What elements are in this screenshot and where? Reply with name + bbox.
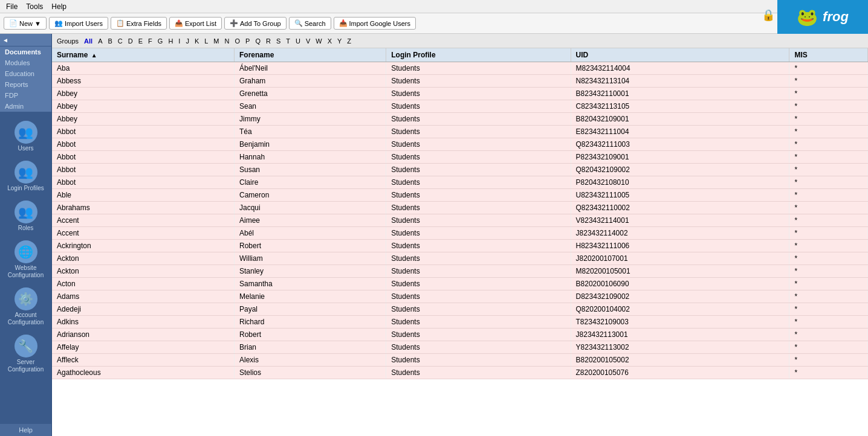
alpha-u[interactable]: U <box>293 37 303 45</box>
alpha-e[interactable]: E <box>136 37 145 45</box>
sidebar-item-documents[interactable]: Documents <box>0 46 51 57</box>
cell-4-1: Jimmy <box>235 113 386 126</box>
table-row[interactable]: AccentAimeeStudentsV823432114001* <box>52 214 868 227</box>
sidebar-icon-website-config[interactable]: 🌐 Website Configuration <box>2 237 50 283</box>
col-surname[interactable]: Surname ▲ <box>52 48 235 62</box>
table-row[interactable]: AgathocleousSteliosStudentsZ820200105076… <box>52 367 868 379</box>
extra-fields-button[interactable]: 📋 Extra Fields <box>111 17 167 30</box>
sidebar-item-fdp[interactable]: FDP <box>0 90 51 101</box>
table-row[interactable]: AbbotTéaStudentsE823432111004* <box>52 126 868 138</box>
cell-19-1: Payal <box>235 303 386 316</box>
table-row[interactable]: AbleCameronStudentsU823432111005* <box>52 189 868 202</box>
table-row[interactable]: AdamsMelanieStudentsD823432109002* <box>52 290 868 303</box>
alpha-z[interactable]: Z <box>345 37 354 45</box>
sidebar-icon-roles[interactable]: 👥 Roles <box>2 197 50 236</box>
add-to-group-button[interactable]: ➕ Add To Group <box>224 17 287 30</box>
alpha-p[interactable]: P <box>243 37 252 45</box>
alpha-r[interactable]: R <box>264 37 273 45</box>
sidebar-icon-server-config[interactable]: 🔧 Server Configuration <box>2 331 50 377</box>
col-login-profile[interactable]: Login Profile <box>386 48 571 62</box>
alpha-o[interactable]: O <box>232 37 242 45</box>
server-config-icon: 🔧 <box>15 335 37 357</box>
alpha-t[interactable]: T <box>283 37 293 45</box>
alpha-c[interactable]: C <box>115 37 125 45</box>
table-row[interactable]: AbbeyJimmyStudentsB820432109001* <box>52 113 868 126</box>
alpha-n[interactable]: N <box>222 37 232 45</box>
toolbar: 📄 New ▼ 👥 Import Users 📋 Extra Fields 📤 … <box>0 13 868 34</box>
import-users-button[interactable]: 👥 Import Users <box>49 17 108 30</box>
alpha-s[interactable]: S <box>274 37 283 45</box>
export-list-button[interactable]: 📤 Export List <box>169 17 222 30</box>
import-google-button[interactable]: 📥 Import Google Users <box>334 17 416 30</box>
alpha-all[interactable]: All <box>82 37 95 45</box>
alpha-groups[interactable]: Groups <box>54 37 81 45</box>
menu-file[interactable]: File <box>2 1 21 12</box>
cell-17-1: Samantha <box>235 278 386 290</box>
cell-16-2: Students <box>386 265 571 278</box>
sidebar-icon-users[interactable]: 👥 Users <box>2 117 50 156</box>
table-row[interactable]: AckringtonRobertStudentsH823432111006* <box>52 240 868 252</box>
table-row[interactable]: AbbotClaireStudentsP820432108010* <box>52 176 868 189</box>
menu-bar: File Tools Help 🐸 frog 🔒 <box>0 0 868 13</box>
table-row[interactable]: AcktonStanleyStudentsM820200105001* <box>52 265 868 278</box>
table-row[interactable]: AdriansonRobertStudentsJ823432113001* <box>52 329 868 341</box>
alpha-g[interactable]: G <box>155 37 166 45</box>
sidebar-item-reports[interactable]: Reports <box>0 79 51 90</box>
sidebar-item-admin[interactable]: Admin <box>0 101 51 112</box>
sidebar-collapse-button[interactable]: ◄ <box>0 34 11 46</box>
table-row[interactable]: AbbeyGrenettaStudentsB823432110001* <box>52 88 868 100</box>
cell-12-1: Aimee <box>235 214 386 227</box>
alpha-i[interactable]: I <box>176 37 183 45</box>
table-row[interactable]: AbbotHannahStudentsP823432109001* <box>52 151 868 164</box>
table-row[interactable]: AbbotBenjaminStudentsQ823432111003* <box>52 138 868 151</box>
alpha-y[interactable]: Y <box>335 37 344 45</box>
alpha-m[interactable]: M <box>211 37 221 45</box>
col-uid[interactable]: UID <box>571 48 789 62</box>
table-row[interactable]: AbrahamsJacquiStudentsQ823432110002* <box>52 202 868 214</box>
cell-22-1: Brian <box>235 341 386 354</box>
alpha-k[interactable]: K <box>192 37 201 45</box>
alpha-l[interactable]: L <box>202 37 210 45</box>
table-row[interactable]: AbaÁbel'NeilStudentsM823432114004* <box>52 62 868 75</box>
menu-tools[interactable]: Tools <box>22 1 47 12</box>
col-mis[interactable]: MIS <box>789 48 868 62</box>
table-row[interactable]: AffleckAlexisStudentsB820200105002* <box>52 354 868 367</box>
cell-11-1: Jacqui <box>235 202 386 214</box>
sidebar-item-modules[interactable]: Modules <box>0 57 51 68</box>
table-row[interactable]: AbbotSusanStudentsQ820432109002* <box>52 164 868 176</box>
alpha-j[interactable]: J <box>183 37 192 45</box>
account-config-icon: ⚙️ <box>15 287 37 310</box>
table-row[interactable]: AbbessGrahamStudentsN823432113104* <box>52 75 868 88</box>
table-row[interactable]: AffelayBrianStudentsY823432113002* <box>52 341 868 354</box>
table-row[interactable]: AcktonWilliamStudentsJ820200107001* <box>52 252 868 265</box>
new-button[interactable]: 📄 New ▼ <box>4 17 47 30</box>
alpha-h[interactable]: H <box>166 37 175 45</box>
alpha-f[interactable]: F <box>146 37 155 45</box>
col-forename[interactable]: Forename <box>235 48 386 62</box>
search-icon: 🔍 <box>294 19 303 27</box>
alpha-b[interactable]: B <box>105 37 114 45</box>
table-row[interactable]: AdkinsRichardStudentsT823432109003* <box>52 316 868 329</box>
cell-3-1: Sean <box>235 100 386 113</box>
help-button[interactable]: Help <box>0 423 51 436</box>
alpha-w[interactable]: W <box>313 37 324 45</box>
sidebar-icon-login-profiles[interactable]: 👥 Login Profiles <box>2 157 50 196</box>
table-row[interactable]: AbbeySeanStudentsC823432113105* <box>52 100 868 113</box>
cell-0-2: Students <box>386 62 571 75</box>
alpha-a[interactable]: A <box>96 37 105 45</box>
cell-5-3: E823432111004 <box>571 126 789 138</box>
sidebar-item-education[interactable]: Education <box>0 68 51 79</box>
table-row[interactable]: ActonSamanthaStudentsB820200106090* <box>52 278 868 290</box>
cell-18-2: Students <box>386 290 571 303</box>
alpha-d[interactable]: D <box>126 37 135 45</box>
alpha-q[interactable]: Q <box>253 37 263 45</box>
search-button[interactable]: 🔍 Search <box>289 17 331 30</box>
menu-help[interactable]: Help <box>48 1 70 12</box>
cell-16-3: M820200105001 <box>571 265 789 278</box>
cell-7-2: Students <box>386 151 571 164</box>
sidebar-icon-account-config[interactable]: ⚙️ Account Configuration <box>2 284 50 330</box>
table-row[interactable]: AdedejiPayalStudentsQ820200104002* <box>52 303 868 316</box>
table-row[interactable]: AccentAbélStudentsJ823432114002* <box>52 227 868 240</box>
alpha-v[interactable]: V <box>303 37 313 45</box>
alpha-x[interactable]: X <box>325 37 334 45</box>
